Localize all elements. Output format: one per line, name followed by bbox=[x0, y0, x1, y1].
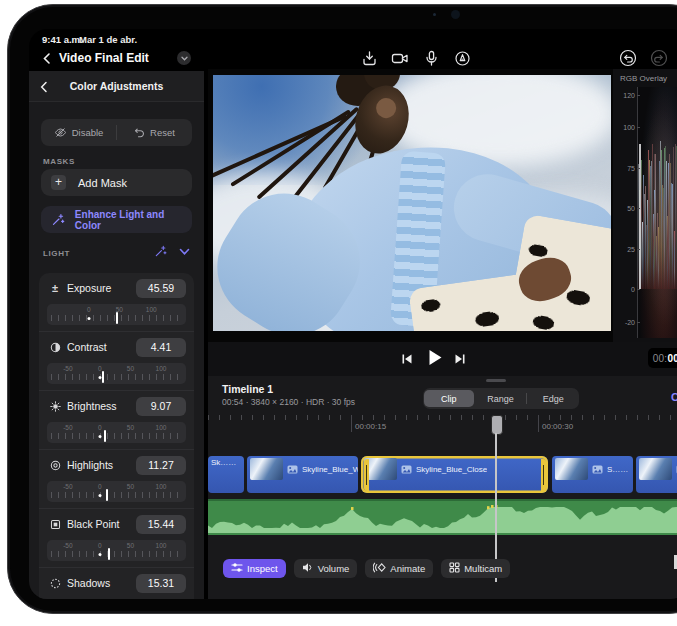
timeline-name: Timeline 1 bbox=[222, 383, 273, 395]
slider-name: Contrast bbox=[67, 341, 107, 353]
timeline-ruler[interactable]: 00:00:1500:00:30 bbox=[208, 415, 677, 434]
import-media-icon[interactable] bbox=[360, 49, 378, 67]
top-toolbar bbox=[360, 49, 471, 67]
tick-label: 100 bbox=[146, 306, 157, 313]
slider-control[interactable]: -50050100 bbox=[47, 422, 186, 443]
zero-marker bbox=[87, 317, 90, 320]
scope-tick-label: -20 bbox=[625, 318, 635, 325]
annotate-icon[interactable] bbox=[453, 49, 471, 67]
tick-label: -50 bbox=[63, 365, 72, 372]
mode-range[interactable]: Range bbox=[476, 390, 526, 407]
reset-button[interactable]: Reset bbox=[117, 127, 192, 138]
animate-button[interactable]: Animate bbox=[365, 559, 433, 578]
slider-control[interactable]: 050100 bbox=[47, 304, 186, 325]
slider-value[interactable]: 45.59 bbox=[136, 279, 186, 298]
clip-content: Skyline_Blue_Close bbox=[361, 456, 490, 482]
slider-cursor[interactable] bbox=[102, 371, 104, 383]
project-title[interactable]: Video Final Edit bbox=[59, 51, 149, 65]
tick-label: 0 bbox=[87, 306, 91, 313]
slider-name: Shadows bbox=[67, 577, 110, 589]
timeline-clip[interactable]: Skyline_Blue_Wide bbox=[247, 456, 358, 493]
add-mask-label: Add Mask bbox=[78, 177, 127, 189]
ruler-marker bbox=[351, 415, 352, 432]
scope-title: RGB Overlay bbox=[620, 74, 667, 83]
undo-icon[interactable] bbox=[619, 49, 637, 71]
timeline-clip[interactable]: Skyline_Blue_Close bbox=[361, 456, 548, 493]
slider-control[interactable]: -50050100 bbox=[47, 540, 186, 561]
slider-value[interactable]: 15.44 bbox=[136, 515, 186, 534]
light-sliders-card: ±Exposure45.59050100Contrast4.41-5005010… bbox=[39, 273, 194, 599]
slider-cursor[interactable] bbox=[108, 548, 110, 560]
clip-content: Skyline_Blue_Wide bbox=[247, 456, 358, 482]
play-button[interactable] bbox=[428, 349, 443, 370]
timeline-clip[interactable]: S…… bbox=[552, 456, 633, 493]
trim-handle-right[interactable] bbox=[541, 459, 546, 491]
disable-button[interactable]: Disable bbox=[41, 127, 116, 138]
scope-tick-label: 100 bbox=[623, 124, 635, 131]
previous-frame-icon[interactable] bbox=[401, 351, 413, 369]
auto-enhance-icon[interactable] bbox=[154, 245, 167, 258]
redo-icon[interactable] bbox=[650, 49, 668, 71]
waveform-plot: 1201007550250-20 bbox=[637, 87, 677, 338]
tool-label: Volume bbox=[318, 563, 350, 574]
multicam-button[interactable]: Multicam bbox=[441, 559, 510, 578]
slider-cursor[interactable] bbox=[104, 430, 106, 442]
timeline-clip[interactable]: Sk…… bbox=[208, 456, 244, 493]
inspect-button[interactable]: Inspect bbox=[223, 559, 286, 578]
enhance-label: Enhance Light and Color bbox=[75, 209, 192, 231]
add-mask-button[interactable]: + Add Mask bbox=[41, 169, 192, 196]
tick-label: 50 bbox=[127, 365, 134, 372]
slider-control[interactable]: -50050100 bbox=[47, 481, 186, 502]
timecode-display[interactable]: 00:00:27:17 bbox=[648, 348, 677, 368]
scope-tick-mark bbox=[637, 127, 640, 128]
clipped-button-fragment[interactable]: C bbox=[671, 391, 677, 403]
front-camera bbox=[451, 10, 460, 19]
slider-cursor[interactable] bbox=[116, 312, 118, 324]
playhead-handle[interactable] bbox=[491, 415, 503, 435]
scope-tick-label: 75 bbox=[627, 164, 635, 171]
masks-section-label: MASKS bbox=[43, 157, 75, 166]
timecode-prefix: 00: bbox=[653, 353, 668, 364]
inspect-icon bbox=[231, 562, 243, 575]
collapse-chevron-icon[interactable] bbox=[179, 248, 190, 256]
app-screen: 9:41 a.m. Mar 1 de abr. Video Final Edit bbox=[29, 29, 677, 599]
viewer[interactable] bbox=[208, 69, 613, 342]
slider-control[interactable]: -50050100 bbox=[47, 363, 186, 384]
mode-clip[interactable]: Clip bbox=[424, 390, 474, 407]
slider-value[interactable]: 11.27 bbox=[136, 456, 186, 475]
slider-name: Highlights bbox=[67, 459, 113, 471]
back-icon[interactable] bbox=[41, 51, 53, 69]
zero-marker bbox=[98, 494, 101, 497]
image-icon bbox=[401, 460, 412, 478]
volume-button[interactable]: Volume bbox=[294, 559, 358, 578]
scope-tick-mark bbox=[637, 289, 640, 290]
tick-label: 50 bbox=[127, 483, 134, 490]
clip-thumbnail bbox=[364, 458, 397, 480]
slider-label: Brightness bbox=[49, 400, 117, 412]
tick-label: 100 bbox=[156, 424, 167, 431]
panel-header: Color Adjustments bbox=[29, 71, 204, 102]
image-icon bbox=[592, 460, 603, 478]
microphone-icon[interactable] bbox=[422, 49, 440, 67]
slider-value[interactable]: 9.07 bbox=[136, 397, 186, 416]
slider-value[interactable]: 15.31 bbox=[136, 574, 186, 593]
timeline-clip-partial[interactable] bbox=[636, 456, 677, 493]
slider-label: Highlights bbox=[49, 459, 113, 471]
magic-wand-icon bbox=[51, 213, 65, 227]
trim-handle-left[interactable] bbox=[364, 459, 369, 491]
mode-edge[interactable]: Edge bbox=[528, 390, 578, 407]
panel-title: Color Adjustments bbox=[29, 80, 204, 92]
slider-cursor[interactable] bbox=[106, 489, 108, 501]
next-frame-icon[interactable] bbox=[454, 351, 466, 369]
slider-value[interactable]: 4.41 bbox=[136, 338, 186, 357]
shadows-icon bbox=[49, 577, 61, 589]
tick-label: 0 bbox=[98, 483, 102, 490]
highlights-icon bbox=[49, 459, 61, 471]
clip-thumbnail bbox=[250, 458, 283, 480]
panel-drag-handle[interactable] bbox=[486, 379, 506, 382]
project-menu-button[interactable] bbox=[177, 51, 191, 65]
enhance-light-color-button[interactable]: Enhance Light and Color bbox=[41, 206, 192, 233]
slider-label: Shadows bbox=[49, 577, 110, 589]
camera-icon[interactable] bbox=[391, 49, 409, 67]
audio-track[interactable] bbox=[208, 499, 677, 535]
